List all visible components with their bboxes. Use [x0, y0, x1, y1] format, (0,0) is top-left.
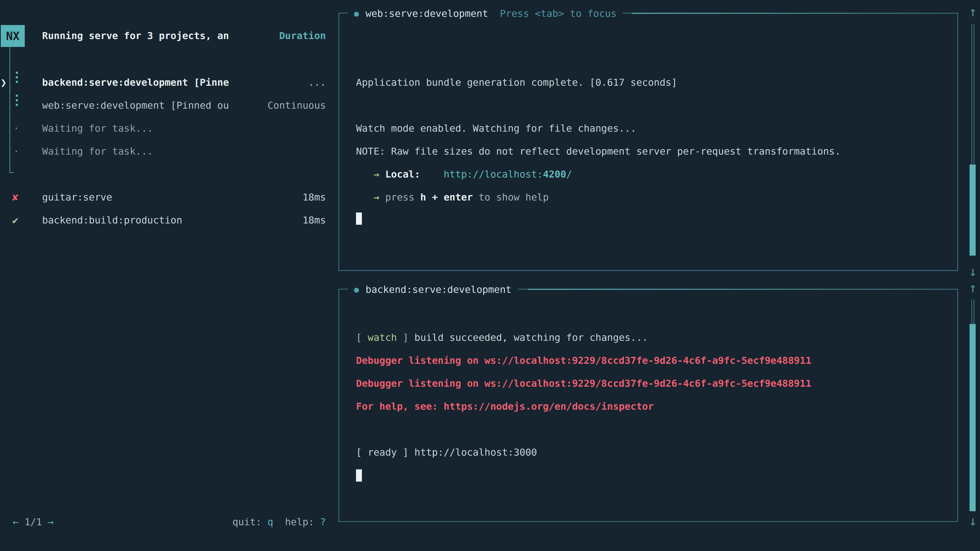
bracket-close: ] — [397, 332, 414, 343]
task-status: ... — [308, 77, 326, 88]
success-check-icon: ✔ — [11, 209, 20, 232]
watch-tag: watch — [368, 332, 397, 343]
spacer — [488, 8, 500, 19]
waiting-bullet-icon: · — [13, 140, 19, 163]
scroll-down-icon[interactable]: ↓ — [967, 514, 978, 527]
scrollbar-track[interactable] — [971, 300, 972, 324]
pane-focus-hint: Press <tab> to focus — [500, 8, 617, 19]
failed-cross-icon: ✘ — [11, 186, 20, 209]
task-name: backend:build:production — [42, 214, 182, 226]
press-keys: h + enter — [420, 192, 473, 203]
note-text: NOTE: Raw file sizes do not reflect deve… — [356, 146, 841, 157]
pane-status-dot-icon: ● — [354, 9, 359, 18]
task-name: guitar:serve — [42, 192, 112, 203]
duration-column-header: Duration — [279, 30, 326, 41]
task-name: backend:serve:development [Pinne — [42, 77, 229, 88]
running-spinner-icon — [16, 95, 18, 108]
terminal-line-local-url: → Local: http://localhost:4200/ — [356, 163, 572, 186]
pane-title-text: backend:serve:development — [366, 284, 511, 295]
watch-message: build succeeded, watching for changes... — [414, 332, 648, 343]
terminal-pane-web-serve[interactable]: ● web:serve:development Press <tab> to f… — [339, 13, 958, 271]
sidebar-header-row: Running serve for 3 projects, an Duratio… — [0, 24, 326, 47]
terminal-line: Watch mode enabled. Watching for file ch… — [356, 117, 636, 140]
task-duration: 18ms — [302, 214, 326, 226]
spacer — [356, 168, 374, 180]
pager-next-icon[interactable]: → — [48, 516, 54, 527]
sidebar-title: Running serve for 3 projects, an — [42, 30, 229, 41]
sidebar-footer: ← 1/1 → quit: q help: ? — [0, 510, 326, 534]
ready-text: [ ready ] http://localhost:3000 — [356, 447, 537, 458]
terminal-pane-backend-serve[interactable]: ● backend:serve:development [ watch ] bu… — [339, 289, 958, 522]
task-status: Continuous — [267, 100, 326, 111]
spacer — [356, 192, 374, 203]
pager-position: 1/1 — [24, 516, 42, 527]
task-row-guitar-serve[interactable]: ✘ guitar:serve 18ms — [0, 186, 326, 209]
inspector-help-text: For help, see: https://nodejs.org/en/doc… — [356, 401, 654, 412]
quit-hint-label: quit: — [232, 516, 261, 527]
bracket-open: [ — [356, 332, 368, 343]
waiting-bullet-icon: · — [13, 117, 19, 140]
scrollbar-track[interactable] — [974, 24, 974, 165]
spacer — [380, 192, 385, 203]
scrollbar-thumb[interactable] — [969, 165, 976, 256]
spacer — [420, 168, 444, 180]
selected-caret-icon: ❯ — [0, 71, 6, 94]
terminal-line: NOTE: Raw file sizes do not reflect deve… — [356, 140, 841, 163]
terminal-line: Debugger listening on ws://localhost:922… — [356, 349, 811, 372]
bundle-complete-text: Application bundle generation complete. … — [356, 77, 677, 88]
help-hint-key: ? — [320, 516, 326, 527]
press-prefix: press — [385, 192, 420, 203]
nx-tui-screen: NX Running serve for 3 projects, an Dura… — [0, 0, 980, 551]
url-path: / — [566, 168, 572, 180]
task-duration: 18ms — [302, 192, 326, 203]
url-port: 4200 — [543, 168, 566, 180]
quit-hint-key: q — [267, 516, 273, 527]
local-url-link[interactable]: http://localhost:4200/ — [444, 168, 572, 180]
terminal-line: [ ready ] http://localhost:3000 — [356, 441, 537, 464]
running-spinner-icon — [16, 72, 18, 86]
debugger-listening-text: Debugger listening on ws://localhost:922… — [356, 378, 811, 389]
task-row-backend-build[interactable]: ✔ backend:build:production 18ms — [0, 209, 326, 232]
task-row-waiting-2[interactable]: · Waiting for task... — [0, 140, 326, 163]
terminal-line-watch-status: [ watch ] build succeeded, watching for … — [356, 326, 648, 349]
terminal-cursor-block — [356, 213, 362, 225]
scrollbar-track[interactable] — [971, 24, 972, 165]
terminal-line: Application bundle generation complete. … — [356, 71, 677, 94]
scroll-down-icon[interactable]: ↓ — [967, 265, 978, 278]
scrollbar-thumb[interactable] — [969, 324, 976, 511]
terminal-line: For help, see: https://nodejs.org/en/doc… — [356, 395, 654, 418]
pane-title-rule — [528, 289, 958, 290]
scroll-up-icon[interactable]: ↑ — [967, 281, 978, 294]
pane-title-text: web:serve:development — [366, 8, 488, 19]
scroll-up-icon[interactable]: ↑ — [967, 5, 978, 18]
pane-title-rule — [632, 13, 958, 14]
scrollbar-track[interactable] — [974, 300, 974, 324]
terminal-line: Debugger listening on ws://localhost:922… — [356, 372, 811, 395]
task-name: Waiting for task... — [42, 146, 153, 157]
spacer — [380, 168, 385, 180]
pane-header-backend-serve: ● backend:serve:development — [348, 283, 517, 297]
pane-status-dot-icon: ● — [354, 285, 359, 294]
pager-prev-icon[interactable]: ← — [13, 516, 19, 527]
local-label: Local: — [385, 168, 420, 180]
task-name: Waiting for task... — [42, 123, 153, 134]
terminal-line-help-hint: → press h + enter to show help — [356, 186, 549, 209]
task-row-web-serve[interactable]: web:serve:development [Pinned ou Continu… — [0, 94, 326, 117]
press-suffix: to show help — [473, 192, 549, 203]
task-name: web:serve:development [Pinned ou — [42, 100, 229, 111]
task-row-backend-serve[interactable]: ❯ backend:serve:development [Pinne ... — [0, 71, 326, 94]
help-hint-label: help: — [285, 516, 314, 527]
watch-mode-text: Watch mode enabled. Watching for file ch… — [356, 123, 636, 134]
url-host: http://localhost: — [444, 168, 543, 180]
terminal-cursor-block — [356, 469, 362, 482]
prompt-arrow-icon: → — [374, 168, 380, 180]
pane-header-web-serve: ● web:serve:development Press <tab> to f… — [348, 6, 623, 21]
debugger-listening-text: Debugger listening on ws://localhost:922… — [356, 355, 811, 366]
prompt-arrow-icon: → — [374, 192, 380, 203]
task-row-waiting-1[interactable]: · Waiting for task... — [0, 117, 326, 140]
